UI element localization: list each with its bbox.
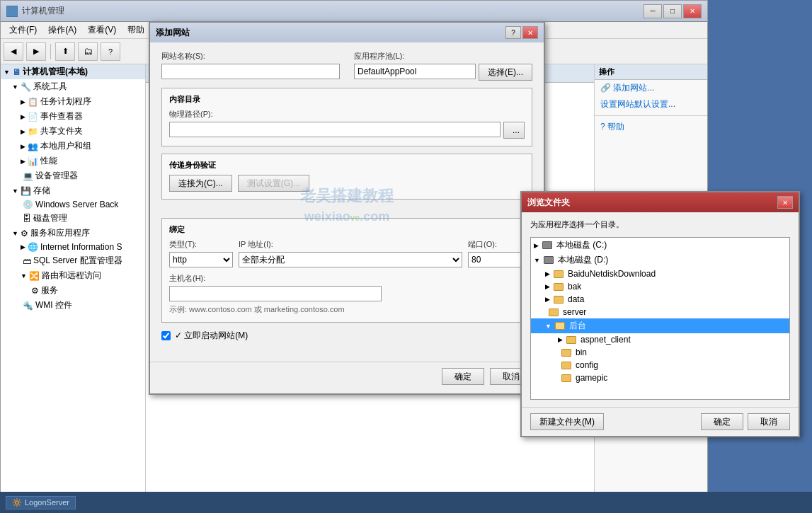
action-add-site[interactable]: 🔗 添加网站... (595, 80, 707, 96)
browse-description: 为应用程序选择一个目录。 (530, 219, 790, 230)
folder-icon-gamepic (561, 374, 571, 382)
physical-path-input[interactable] (169, 122, 501, 137)
browse-item-config[interactable]: config (531, 359, 789, 371)
browse-path-button[interactable]: ... (503, 122, 525, 139)
main-window-icon (6, 6, 18, 17)
tree-device-manager[interactable]: 💻 设备管理器 (1, 168, 145, 183)
browse-item-baidu[interactable]: ▶ BaiduNetdiskDownload (531, 267, 789, 280)
tree-storage[interactable]: ▼ 💾 存储 (1, 183, 145, 198)
hostname-input[interactable] (169, 286, 382, 301)
dialog-browse-close-button[interactable]: ✕ (777, 196, 793, 209)
tree-iis[interactable]: ▶ 🌐 Internet Information S (1, 241, 145, 253)
new-folder-button[interactable]: 新建文件夹(M) (530, 413, 604, 430)
tree-services[interactable]: ⚙ 服务 (1, 283, 145, 298)
hostname-label: 主机名(H): (169, 273, 525, 284)
tree-svc-label: 服务 (41, 284, 58, 296)
tree-disk-mgmt[interactable]: 🗄 磁盘管理 (1, 211, 145, 226)
browse-content: 为应用程序选择一个目录。 ▶ 本地磁盘 (C:) ▼ 本地磁盘 (D:) ▶ B… (522, 212, 799, 407)
folder-icon-aspnet (566, 336, 576, 344)
tree-backup-label: Windows Server Back (35, 200, 118, 209)
close-button[interactable]: ✕ (683, 4, 702, 18)
tree-route-label: 路由和远程访问 (42, 270, 101, 282)
back-button[interactable]: ◀ (4, 42, 23, 61)
forward-button[interactable]: ▶ (26, 42, 46, 61)
tree-system-tools-label: 系统工具 (33, 81, 67, 93)
folder-icon-baidu (554, 270, 564, 278)
browse-item-bak[interactable]: ▶ bak (531, 280, 789, 293)
taskbar-logon-server[interactable]: 🔆 LogonServer (6, 496, 76, 509)
dialog-add-site-content: 网站名称(S): 应用程序池(L): 选择(E)... 内容目录 物理路径(P)… (150, 42, 544, 356)
type-select[interactable]: http https (169, 252, 233, 267)
folder-button[interactable]: 🗂 (78, 42, 98, 61)
dialog-add-site-titlebar: 添加网站 ? ✕ (150, 23, 544, 42)
tree-sql-label: SQL Server 配置管理器 (33, 255, 122, 267)
tree-users-label: 本地用户和组 (40, 140, 91, 152)
tree-local-users[interactable]: ▶ 👥 本地用户和组 (1, 139, 145, 154)
maximize-button[interactable]: □ (663, 4, 682, 18)
action-help[interactable]: ? 帮助 (595, 119, 707, 135)
menu-help[interactable]: 帮助 (122, 23, 150, 38)
ip-select[interactable]: 全部未分配 (239, 252, 462, 267)
folder-icon-data (554, 296, 564, 304)
up-button[interactable]: ⬆ (55, 42, 75, 61)
tree-performance[interactable]: ▶ 📊 性能 (1, 154, 145, 168)
port-input[interactable] (468, 252, 525, 267)
tree-system-tools[interactable]: ▼ 🔧 系统工具 (1, 79, 145, 94)
site-name-input[interactable] (161, 64, 340, 79)
dialog-add-close-button[interactable]: ✕ (522, 26, 538, 39)
browse-tree[interactable]: ▶ 本地磁盘 (C:) ▼ 本地磁盘 (D:) ▶ BaiduNetdiskDo… (530, 237, 790, 400)
dialog-add-help-button[interactable]: ? (505, 26, 521, 39)
browse-aspnet-label: aspnet_client (581, 335, 631, 345)
browse-confirm-button[interactable]: 确定 (701, 413, 743, 430)
action-default-settings[interactable]: 设置网站默认设置... (595, 96, 707, 113)
browse-item-backend[interactable]: ▼ 后台 (531, 318, 789, 333)
actions-title: 操作 (595, 64, 707, 80)
app-pool-label: 应用程序池(L): (354, 51, 532, 62)
tree-services-apps[interactable]: ▼ ⚙ 服务和应用程序 (1, 226, 145, 241)
tree-route[interactable]: ▼ 🔀 路由和远程访问 (1, 268, 145, 283)
browse-item-server[interactable]: server (531, 306, 789, 318)
menu-action[interactable]: 操作(A) (42, 23, 82, 38)
hostname-example: 示例: www.contoso.com 或 marketing.contoso.… (169, 304, 525, 315)
menu-file[interactable]: 文件(F) (4, 23, 42, 38)
browse-backend-label: 后台 (569, 320, 586, 332)
tree-perf-label: 性能 (40, 155, 57, 167)
folder-icon-config (561, 362, 571, 369)
browse-item-aspnet[interactable]: ▶ aspnet_client (531, 333, 789, 346)
test-settings-button[interactable]: 测试设置(G)... (238, 175, 309, 192)
tree-shared-folders[interactable]: ▶ 📁 共享文件夹 (1, 124, 145, 139)
browse-cancel-button[interactable]: 取消 (748, 413, 790, 430)
tree-sql[interactable]: 🗃 SQL Server 配置管理器 (1, 253, 145, 268)
tree-wmi[interactable]: 🔩 WMI 控件 (1, 298, 145, 313)
app-pool-input[interactable] (354, 64, 476, 79)
menu-view[interactable]: 查看(V) (82, 23, 122, 38)
select-pool-button[interactable]: 选择(E)... (479, 64, 532, 81)
auto-start-label: ✓ 立即启动网站(M) (175, 330, 248, 342)
browse-item-data[interactable]: ▶ data (531, 293, 789, 306)
browse-item-bin[interactable]: bin (531, 346, 789, 359)
browse-item-d[interactable]: ▼ 本地磁盘 (D:) (531, 253, 789, 267)
browse-item-c[interactable]: ▶ 本地磁盘 (C:) (531, 238, 789, 253)
browse-item-gamepic[interactable]: gamepic (531, 371, 789, 384)
help-button[interactable]: ? (101, 42, 120, 61)
tree-backup[interactable]: 💿 Windows Server Back (1, 198, 145, 211)
toolbar-separator (50, 44, 51, 59)
binding-title: 绑定 (169, 224, 525, 235)
tree-event-viewer[interactable]: ▶ 📄 事件查看器 (1, 109, 145, 124)
hdd-icon-d (544, 256, 554, 264)
taskbar-logon-label: LogonServer (25, 498, 69, 507)
folder-icon-bin (561, 349, 571, 357)
browse-gamepic-label: gamepic (576, 373, 607, 383)
browse-bin-label: bin (576, 347, 587, 357)
minimize-button[interactable]: ─ (644, 4, 662, 18)
auto-start-row: ✓ 立即启动网站(M) (161, 330, 532, 342)
connect-as-button[interactable]: 连接为(C)... (169, 175, 232, 192)
tree-wmi-label: WMI 控件 (35, 299, 72, 311)
browse-c-label: 本地磁盘 (C:) (556, 239, 607, 251)
tree-shared-label: 共享文件夹 (40, 125, 83, 137)
dialog-browse-title: 浏览文件夹 (527, 197, 570, 209)
tree-task-scheduler[interactable]: ▶ 📋 任务计划程序 (1, 94, 145, 109)
dialog-confirm-button[interactable]: 确定 (442, 368, 484, 385)
tree-root[interactable]: ▼ 🖥 计算机管理(本地) (1, 64, 145, 79)
auto-start-checkbox[interactable] (161, 331, 171, 340)
